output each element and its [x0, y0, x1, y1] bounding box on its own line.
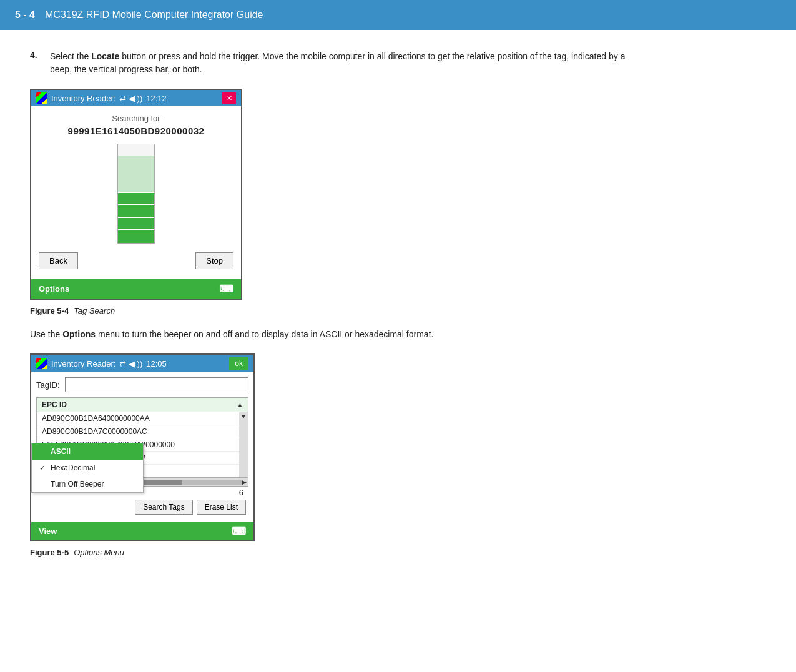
options-label: Options — [39, 284, 69, 294]
header-title: MC319Z RFID Mobile Computer Integrator G… — [45, 9, 263, 21]
scroll-up-arrow[interactable]: ▲ — [237, 402, 243, 408]
figure5-label: Figure 5-5 — [30, 548, 69, 557]
progress-segment-3 — [118, 218, 154, 230]
windows-logo-icon2 — [36, 358, 47, 369]
screen1-time: 12:12 — [146, 94, 167, 103]
progress-segment-2 — [118, 205, 154, 218]
locate-bold: Locate — [91, 51, 119, 61]
options-bold: Options — [62, 329, 96, 339]
turn-off-beeper-label: Turn Off Beeper — [51, 480, 104, 488]
screen1-body: Searching for 99991E1614050BD920000032 B… — [31, 106, 241, 279]
ascii-menu-item[interactable]: ASCII — [32, 443, 143, 460]
tag-id-value: 99991E1614050BD920000032 — [68, 126, 205, 136]
keyboard-icon2: ⌨ — [232, 525, 246, 537]
bottom-buttons: Search Tags Erase List — [36, 500, 248, 515]
figure4-caption: Figure 5-4 Tag Search — [30, 306, 766, 315]
view-label: View — [39, 526, 57, 536]
figure4-caption-text: Tag Search — [74, 306, 115, 315]
epc-row: AD890C00B1DA6400000000AA — [37, 412, 248, 425]
screen1-app-name: Inventory Reader: — [51, 94, 115, 103]
screen1-icons: ⇄ ◀ )) — [119, 94, 142, 103]
hexadecimal-menu-item[interactable]: ✓ HexaDecimal — [32, 460, 143, 476]
searching-for-label: Searching for — [112, 114, 160, 123]
turn-off-beeper-menu-item[interactable]: Turn Off Beeper — [32, 476, 143, 492]
stop-button[interactable]: Stop — [195, 252, 233, 269]
options-para-before: Use the — [30, 329, 62, 339]
epc-scrollbar: ▼ — [239, 412, 248, 477]
screen2-mockup: Inventory Reader: ⇄ ◀ )) 12:05 ok TagID:… — [30, 353, 255, 541]
count-value: 6 — [239, 488, 243, 497]
section-number: 5 - 4 — [15, 9, 35, 21]
back-button[interactable]: Back — [39, 252, 78, 269]
screen1-mockup: Inventory Reader: ⇄ ◀ )) 12:12 ✕ Searchi… — [30, 89, 242, 300]
figure5-caption-text: Options Menu — [74, 548, 124, 557]
progress-segment-4 — [118, 230, 154, 243]
epc-header-label: EPC ID — [42, 400, 67, 409]
screen2-app-name: Inventory Reader: — [51, 359, 115, 368]
progress-bar — [117, 144, 155, 244]
tagid-label: TagID: — [36, 380, 60, 390]
step-4: 4. Select the Locate button or press and… — [30, 50, 766, 76]
options-dropdown: ASCII ✓ HexaDecimal Turn Off Beeper — [31, 443, 144, 493]
screen1-options-bar[interactable]: Options ⌨ — [31, 279, 241, 299]
screen1-close-button[interactable]: ✕ — [222, 92, 236, 104]
ascii-label: ASCII — [51, 447, 71, 456]
step-text: Select the Locate button or press and ho… — [50, 50, 643, 76]
screen2-view-bar[interactable]: View ⌨ — [31, 522, 253, 540]
epc-row: AD890C00B1DA7C0000000AC — [37, 425, 248, 438]
ok-button[interactable]: ok — [229, 357, 248, 370]
screen2-titlebar: Inventory Reader: ⇄ ◀ )) 12:05 ok — [31, 355, 253, 372]
tagid-input[interactable] — [65, 377, 248, 392]
options-paragraph: Use the Options menu to turn the beeper … — [30, 328, 592, 341]
windows-logo-icon — [36, 92, 47, 104]
search-tags-button[interactable]: Search Tags — [135, 500, 193, 515]
progress-segment-light — [118, 156, 154, 193]
tagid-row: TagID: — [36, 377, 248, 392]
step-text-before: Select the — [50, 51, 91, 61]
screen1-titlebar: Inventory Reader: ⇄ ◀ )) 12:12 ✕ — [31, 90, 241, 106]
main-content: 4. Select the Locate button or press and… — [0, 30, 796, 583]
epc-header: EPC ID ▲ — [37, 398, 248, 412]
figure4-label: Figure 5-4 — [30, 306, 69, 315]
screen1-buttons: Back Stop — [39, 252, 233, 269]
step-text-after: button or press and hold the trigger. Mo… — [50, 51, 625, 74]
scroll-down-arrow[interactable]: ▼ — [241, 413, 247, 420]
step-number: 4. — [30, 50, 42, 76]
hexadecimal-label: HexaDecimal — [51, 463, 95, 472]
progress-segment-1 — [118, 193, 154, 205]
screen2-time: 12:05 — [146, 359, 167, 368]
figure5-caption: Figure 5-5 Options Menu — [30, 548, 766, 557]
options-para-after: menu to turn the beeper on and off and t… — [96, 329, 433, 339]
screen2-body: TagID: EPC ID ▲ AD890C00B1DA6400000000AA… — [31, 372, 253, 522]
erase-list-button[interactable]: Erase List — [197, 500, 246, 515]
screen2-icons: ⇄ ◀ )) — [119, 359, 142, 368]
scroll-right-arrow[interactable]: ▶ — [242, 479, 247, 485]
header-bar: 5 - 4 MC319Z RFID Mobile Computer Integr… — [0, 0, 796, 30]
keyboard-icon: ⌨ — [219, 283, 233, 295]
